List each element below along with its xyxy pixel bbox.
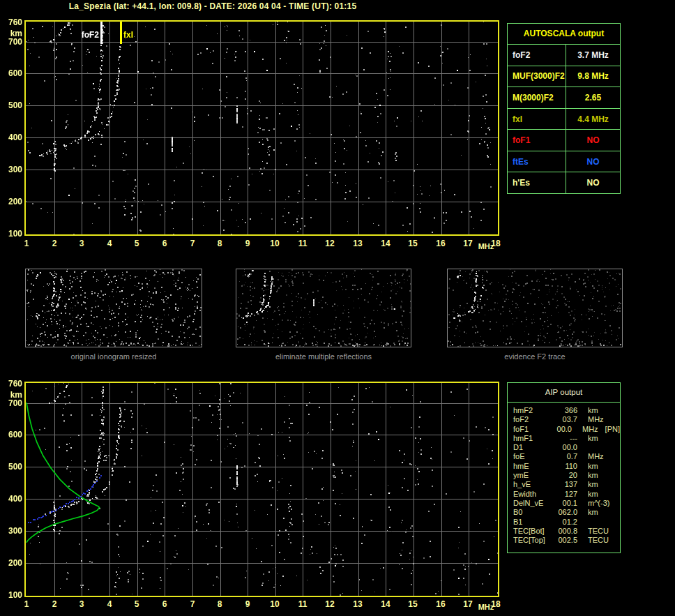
aip-unit-foE: MHz (588, 452, 604, 461)
bottom-x-tick-9: 9 (240, 599, 255, 609)
aip-row-hmF2: hmF2366km (508, 406, 620, 415)
aip-value-h_vE: 137 (553, 480, 577, 489)
autoscala-value-h'Es: NO (566, 172, 620, 193)
bottom-y-tick-300: 300 (1, 526, 22, 536)
aip-extra-foF1: [PN] (605, 425, 620, 434)
autoscala-value-foF1: NO (566, 130, 620, 151)
autoscala-row-foF2: foF23.7 MHz (508, 45, 620, 66)
bottom-x-tick-16: 16 (433, 599, 448, 609)
bottom-x-tick-12: 12 (322, 599, 338, 609)
autoscala-table-header: AUTOSCALA output (508, 24, 620, 45)
aip-value-foF2: 03.7 (553, 415, 577, 424)
top-y-tick-100: 100 (1, 229, 22, 239)
autoscala-label-h'Es: h'Es (508, 172, 566, 193)
aip-unit-ymE: km (588, 471, 598, 480)
aip-unit-hmF2: km (588, 406, 598, 415)
aip-label-hmE: hmE (508, 462, 553, 471)
top-y-tick-300: 300 (1, 165, 22, 174)
bottom-x-tick-1: 1 (19, 599, 34, 609)
bottom-ionogram-plot (24, 382, 499, 597)
aip-label-foF1: foF1 (508, 425, 549, 434)
bottom-y-tick-200: 200 (1, 558, 22, 568)
top-x-tick-9: 9 (240, 239, 255, 248)
autoscala-label-foF1: foF1 (508, 130, 566, 151)
top-x-tick-16: 16 (433, 239, 448, 248)
aip-label-B1: B1 (508, 518, 553, 527)
aip-value-B1: 01.2 (553, 518, 577, 527)
autoscala-value-foF2: 3.7 MHz (566, 45, 620, 66)
aip-unit-TEC[Bot]: TECU (588, 527, 609, 536)
aip-value-Ewidth: 127 (553, 490, 577, 499)
top-x-tick-13: 13 (350, 239, 365, 248)
aip-value-B0: 062.0 (553, 508, 577, 517)
top-x-tick-12: 12 (322, 239, 338, 248)
aip-label-h_vE: h_vE (508, 480, 553, 489)
bottom-x-tick-5: 5 (129, 599, 144, 609)
autoscala-label-ftEs: ftEs (508, 151, 566, 172)
autoscala-label-M(3000)F2: M(3000)F2 (508, 87, 566, 108)
bottom-x-tick-7: 7 (185, 599, 200, 609)
top-x-tick-7: 7 (185, 239, 200, 248)
aip-label-foF2: foF2 (508, 415, 553, 424)
aip-table-header: AIP output (508, 383, 620, 403)
thumbnail-caption-3: evidence F2 trace (447, 352, 623, 361)
autoscala-value-ftEs: NO (566, 151, 620, 172)
aip-label-D1: D1 (508, 443, 553, 452)
thumbnail-eliminate-canvas (236, 269, 411, 347)
aip-label-DelN_vE: DelN_vE (508, 499, 553, 508)
autoscala-label-MUF(3000)F2: MUF(3000)F2 (508, 66, 566, 87)
top-x-tick-11: 11 (295, 239, 310, 248)
top-x-tick-5: 5 (129, 239, 144, 248)
aip-label-hmF2: hmF2 (508, 406, 553, 415)
page-title: La_Spezia (lat: +44.1, lon: 009.8) - DAT… (24, 1, 401, 11)
aip-row-TEC[Top]: TEC[Top]002.5TECU (508, 536, 620, 545)
aip-value-hmE: 110 (553, 462, 577, 471)
aip-label-TEC[Bot]: TEC[Bot] (508, 527, 553, 536)
bottom-x-tick-14: 14 (378, 599, 393, 609)
top-x-tick-8: 8 (212, 239, 227, 248)
bottom-y-tick-600: 600 (1, 430, 22, 440)
top-x-tick-1: 1 (19, 239, 34, 248)
bottom-x-tick-13: 13 (350, 599, 365, 609)
autoscala-row-MUF(3000)F2: MUF(3000)F29.8 MHz (508, 66, 620, 88)
aip-unit-h_vE: km (588, 480, 598, 489)
bottom-y-tick-500: 500 (1, 462, 22, 472)
aip-unit-Ewidth: km (588, 490, 598, 499)
aip-row-h_vE: h_vE137km (508, 480, 620, 489)
aip-label-B0: B0 (508, 508, 553, 517)
aip-row-D1: D100.0 (508, 443, 620, 452)
autoscala-row-foF1: foF1NO (508, 130, 620, 151)
aip-row-TEC[Bot]: TEC[Bot]000.8TECU (508, 527, 620, 536)
top-ionogram-canvas (26, 22, 498, 234)
aip-unit-foF1: MHz (582, 425, 598, 434)
aip-row-foF1: foF100.0MHz[PN] (508, 425, 620, 434)
top-y-tick-760: 760 (1, 17, 22, 27)
aip-value-foF1: 00.0 (549, 425, 572, 434)
autoscala-output-table: AUTOSCALA output foF23.7 MHzMUF(3000)F29… (507, 23, 621, 194)
autoscala-row-fxI: fxI4.4 MHz (508, 109, 620, 130)
aip-value-TEC[Bot]: 000.8 (553, 527, 577, 536)
aip-value-foE: 0.7 (553, 452, 577, 461)
aip-unit-B0: km (588, 508, 598, 517)
autoscala-label-fxI: fxI (508, 109, 566, 130)
top-x-tick-14: 14 (378, 239, 393, 248)
autoscala-value-MUF(3000)F2: 9.8 MHz (566, 66, 620, 87)
top-y-tick-200: 200 (1, 197, 22, 206)
bottom-x-tick-11: 11 (295, 599, 310, 609)
top-x-tick-17: 17 (460, 239, 476, 248)
aip-value-D1: 00.0 (553, 443, 577, 452)
aip-label-foE: foE (508, 452, 553, 461)
top-y-tick-700: 700 (1, 37, 22, 47)
autoscala-row-ftEs: ftEsNO (508, 151, 620, 173)
top-x-tick-2: 2 (47, 239, 62, 248)
aip-label-TEC[Top]: TEC[Top] (508, 536, 553, 545)
top-y-axis-unit-label: km (1, 29, 22, 38)
aip-unit-DelN_vE: m^(-3) (588, 499, 609, 508)
aip-label-Ewidth: Ewidth (508, 490, 553, 499)
bottom-x-tick-15: 15 (405, 599, 420, 609)
aip-row-hmF1: hmF1---km (508, 434, 620, 443)
thumbnail-evidence-canvas (448, 269, 622, 347)
aip-unit-hmE: km (588, 462, 598, 471)
bottom-x-tick-3: 3 (74, 599, 89, 609)
top-ionogram-plot (24, 20, 499, 236)
